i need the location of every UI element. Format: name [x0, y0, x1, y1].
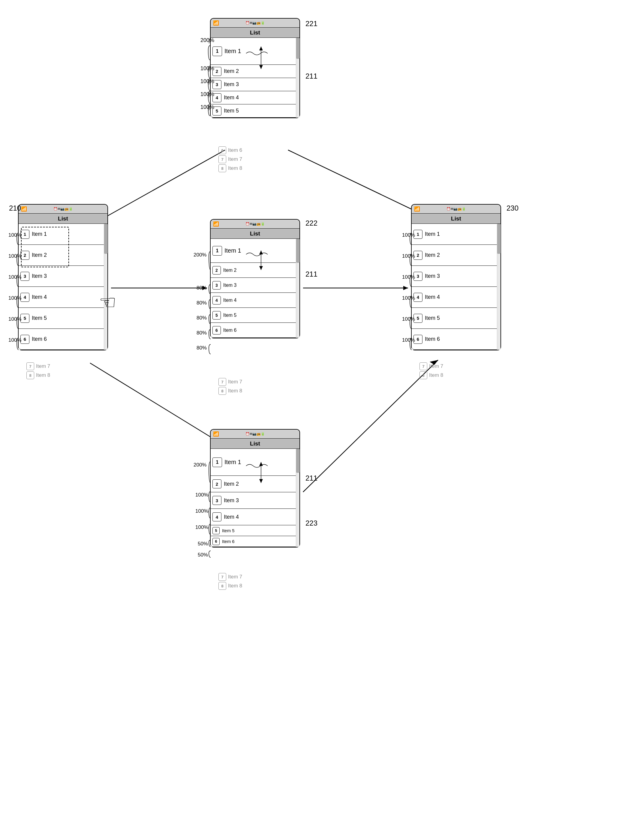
- item-text-4-223: Item 4: [224, 514, 239, 520]
- outside-items-221: 6 Item 6 7 Item 7 8 Item 8: [219, 147, 242, 172]
- item-number-3-222: 3: [212, 281, 221, 289]
- list-item-6-230: 6 Item 6: [412, 329, 501, 350]
- item-text-1-223: Item 1: [224, 459, 241, 466]
- item-number-6-210: 6: [20, 335, 29, 344]
- list-item-1-230: 1 Item 1: [412, 224, 501, 245]
- status-bar-221: 📶 ⏰✉📷📻🔋: [211, 19, 299, 28]
- list-item-5-230: 5 Item 5: [412, 308, 501, 329]
- scrollbar-210[interactable]: [104, 224, 108, 350]
- item-text-3-230: Item 3: [425, 273, 440, 279]
- item-number-1-210: 1: [20, 230, 29, 239]
- status-bar-223: 📶 ⏰✉📷📻🔋: [211, 430, 299, 439]
- item-text-5-230: Item 5: [425, 315, 440, 321]
- list-title-223: List: [250, 440, 260, 447]
- item-text-4-210: Item 4: [32, 294, 47, 300]
- item-number-1-222: 1: [212, 246, 222, 256]
- status-icons-210: ⏰✉📷📻🔋: [54, 207, 73, 211]
- list-item-5-223: 5 Item 5: [211, 525, 299, 536]
- pct-item3-210: 100%: [8, 274, 21, 280]
- list-item-5-221: 5 Item 5: [211, 104, 299, 117]
- pct-item4-230: 100%: [402, 295, 415, 301]
- list-item-3-230: 3 Item 3: [412, 266, 501, 287]
- ref-223: 223: [305, 519, 317, 527]
- phone-content-223: 1 Item 1 2 Item 2 3 Item 3 4 Item 4 5 It…: [211, 449, 299, 547]
- item-number-3-210: 3: [20, 272, 29, 281]
- ref-211-bot: 211: [305, 474, 317, 483]
- item-text-5-210: Item 5: [32, 315, 47, 321]
- scrollbar-thumb-223: [296, 449, 300, 473]
- list-item-4-230: 4 Item 4: [412, 287, 501, 308]
- pct-item2-230: 100%: [402, 253, 415, 259]
- item-text-4: Item 4: [224, 95, 239, 101]
- svg-marker-5: [403, 286, 408, 290]
- phone-content-230: 1 Item 1 2 Item 2 3 Item 3 4 Item 4 5 It…: [412, 224, 501, 350]
- list-item-4-222: 4 Item 4: [211, 293, 299, 308]
- pct-item2-210: 100%: [8, 253, 21, 259]
- list-item-3-210: 3 Item 3: [19, 266, 108, 287]
- phone-221: 📶 ⏰✉📷📻🔋 List 1 Item 1 2 Item 2 3 Item 3 …: [210, 18, 300, 118]
- scrollbar-thumb-230: [497, 224, 501, 254]
- item-text-1-230: Item 1: [425, 231, 440, 237]
- item-text-6-230: Item 6: [425, 336, 440, 342]
- squiggle-221: }: [209, 38, 210, 43]
- ref-230: 230: [506, 204, 519, 212]
- phone-content-222: 1 Item 1 2 Item 2 3 Item 3 4 Item 4 5 It…: [211, 239, 299, 338]
- list-title-210: List: [58, 215, 68, 222]
- phone-230: 📶 ⏰✉📷📻🔋 List 1 Item 1 2 Item 2 3 Item 3 …: [411, 204, 501, 351]
- item-text-4-222: Item 4: [223, 298, 237, 303]
- item-text-5-223: Item 5: [222, 528, 235, 533]
- item-text-6-223: Item 6: [222, 539, 235, 544]
- item-text-1-210: Item 1: [32, 231, 47, 237]
- list-title-222: List: [250, 230, 260, 237]
- item-number-3-223: 3: [212, 496, 222, 505]
- list-item-5-222: 5 Item 5: [211, 308, 299, 323]
- phone-content-221: 1 Item 1 2 Item 2 3 Item 3 4 Item 4 5 It…: [211, 38, 299, 117]
- item-number-5-222: 5: [212, 311, 221, 320]
- scrollbar-230[interactable]: [497, 224, 501, 350]
- squiggle5-221: }: [209, 105, 210, 110]
- list-item-2-210: 2 Item 2: [19, 245, 108, 266]
- list-item-6-222: 6 Item 6: [211, 323, 299, 338]
- scrollbar-221[interactable]: [296, 38, 299, 117]
- squiggle4-221: }: [209, 92, 210, 97]
- scrollbar-223[interactable]: [296, 449, 299, 547]
- svg-line-10: [303, 360, 438, 492]
- item-text-2-223: Item 2: [224, 481, 239, 487]
- pct-item5-221: 100%: [201, 104, 214, 110]
- item-number-4-223: 4: [212, 512, 222, 521]
- title-bar-222: List: [211, 228, 299, 239]
- list-item-2-230: 2 Item 2: [412, 245, 501, 266]
- status-icons: ⏰✉📷📻🔋: [245, 21, 265, 25]
- outside-items-222: 7 Item 7 8 Item 8: [219, 378, 242, 395]
- antenna-icon-223: 📶: [213, 431, 219, 437]
- pct-item1-221: 200%: [201, 37, 214, 44]
- pct-item4-221: 100%: [201, 91, 214, 98]
- item-text-6-210: Item 6: [32, 336, 47, 342]
- status-bar-230: 📶 ⏰✉📷📻🔋: [412, 205, 501, 214]
- svg-line-0: [102, 150, 225, 219]
- pct-item3-221: 100%: [201, 78, 214, 85]
- pct-item6-210: 100%: [8, 337, 21, 343]
- item-number-5-210: 5: [20, 314, 29, 323]
- list-item-4-223: 4 Item 4: [211, 509, 299, 525]
- list-item-1-210: 1 Item 1: [19, 224, 108, 245]
- list-item-2-223: 2 Item 2: [211, 476, 299, 492]
- scrollbar-thumb-210: [104, 224, 108, 254]
- pct-item3-223: 100%: [195, 508, 208, 514]
- finger-icon-210: ☞: [99, 291, 116, 313]
- title-bar-230: List: [412, 214, 501, 224]
- item-text-5-222: Item 5: [223, 313, 237, 318]
- phone-222: 📶 ⏰✉📷📻🔋 List 1 Item 1 2 Item 2 3 Item 3 …: [210, 219, 300, 338]
- pct-item5-230: 100%: [402, 316, 415, 322]
- pct-item5-222: 80%: [196, 330, 207, 336]
- item-text-3-223: Item 3: [224, 497, 239, 504]
- item-text-5: Item 5: [224, 108, 239, 114]
- list-item-1-223: 1 Item 1: [211, 449, 299, 476]
- list-item-3-223: 3 Item 3: [211, 492, 299, 509]
- pct-item2-222: 80%: [196, 285, 207, 291]
- scrollbar-222[interactable]: [296, 239, 299, 338]
- item-number-4-210: 4: [20, 293, 29, 302]
- squiggle3-221: }: [209, 80, 210, 84]
- svg-line-8: [90, 363, 222, 444]
- item-text-4-230: Item 4: [425, 294, 440, 300]
